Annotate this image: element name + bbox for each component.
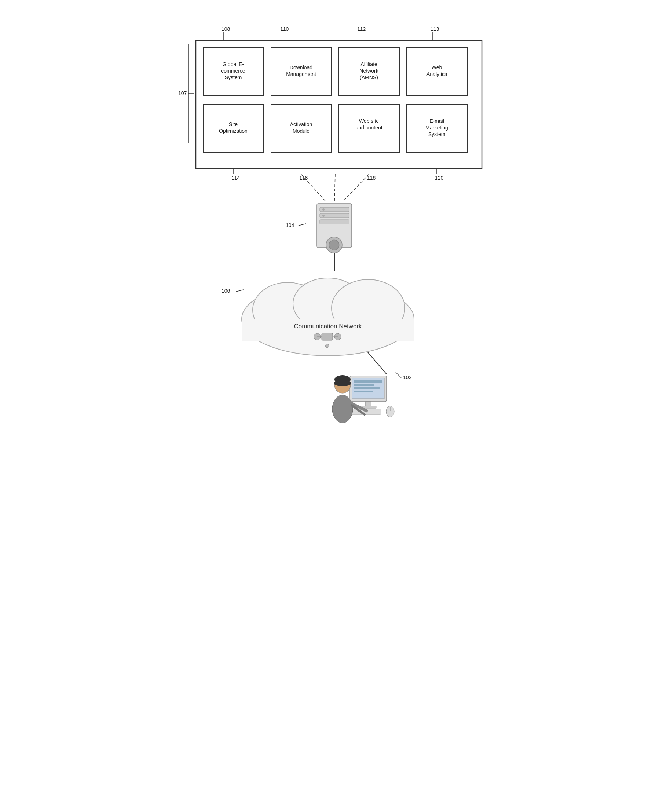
svg-line-30	[301, 174, 326, 202]
module-email-label: E-mail	[430, 118, 444, 124]
module-global-ecommerce-label: Global E-	[222, 61, 244, 67]
svg-line-31	[342, 174, 369, 202]
module-site-opt-label: Site	[228, 122, 237, 127]
svg-point-72	[332, 395, 353, 423]
svg-rect-50	[321, 333, 333, 340]
svg-line-43	[298, 224, 306, 225]
svg-text:Network: Network	[359, 68, 379, 74]
svg-text:Management: Management	[286, 71, 316, 77]
svg-line-75	[396, 372, 401, 378]
svg-text:Analytics: Analytics	[426, 71, 447, 77]
diagram-container: 108 110 112 113 107 Global E- commerce S…	[159, 15, 511, 449]
module-download-label: Download	[289, 64, 312, 70]
svg-rect-60	[354, 380, 382, 382]
ref-107: 107	[178, 90, 187, 96]
svg-line-57	[236, 290, 244, 292]
svg-text:and content: and content	[355, 125, 382, 130]
ref-102: 102	[403, 374, 412, 380]
svg-point-71	[334, 380, 351, 386]
ref-114: 114	[232, 175, 240, 181]
svg-rect-61	[354, 384, 374, 386]
svg-rect-38	[320, 220, 349, 224]
svg-line-32	[335, 174, 335, 202]
module-activation-label: Activation	[290, 122, 312, 127]
svg-text:Marketing: Marketing	[425, 125, 448, 130]
ref-106: 106	[222, 288, 230, 294]
ref-113: 113	[431, 26, 439, 32]
svg-rect-63	[354, 391, 372, 392]
ref-108: 108	[222, 26, 230, 32]
svg-text:commerce: commerce	[221, 68, 245, 74]
svg-text:System: System	[428, 131, 445, 137]
svg-rect-64	[365, 402, 371, 406]
ref-120: 120	[435, 175, 444, 181]
ref-104: 104	[286, 222, 294, 228]
ref-116: 116	[299, 175, 308, 181]
svg-text:(AMNS): (AMNS)	[360, 74, 378, 80]
module-website-label: Web site	[359, 118, 379, 124]
svg-point-56	[325, 344, 329, 348]
architecture-diagram: 108 110 112 113 107 Global E- commerce S…	[159, 15, 519, 447]
module-affiliate-label: Affiliate	[360, 61, 377, 67]
svg-point-39	[322, 208, 325, 210]
svg-rect-62	[354, 387, 380, 389]
ref-118: 118	[367, 175, 376, 181]
ref-112: 112	[357, 26, 366, 32]
svg-point-40	[322, 215, 325, 217]
cloud-label: Communication Network	[294, 323, 362, 330]
svg-point-42	[329, 240, 339, 250]
module-webanalytics-label: Web	[431, 64, 442, 70]
server-illustration	[317, 203, 352, 253]
cloud-illustration: Communication Network	[242, 278, 414, 356]
svg-text:System: System	[225, 74, 242, 80]
user-illustration	[332, 375, 394, 423]
ref-110: 110	[280, 26, 289, 32]
svg-text:Optimization: Optimization	[219, 128, 247, 134]
svg-text:Module: Module	[293, 128, 310, 134]
svg-line-34	[364, 348, 387, 374]
